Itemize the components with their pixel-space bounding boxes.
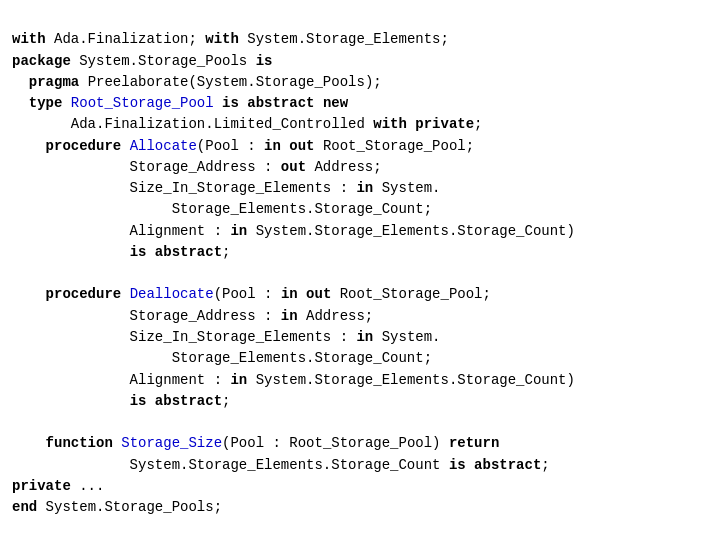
- line-13: procedure Deallocate(Pool : in out Root_…: [12, 286, 491, 302]
- line-15: Size_In_Storage_Elements : in System.: [12, 329, 441, 345]
- code-view: with Ada.Finalization; with System.Stora…: [12, 8, 708, 518]
- line-20: function Storage_Size(Pool : Root_Storag…: [12, 435, 499, 451]
- line-10: Alignment : in System.Storage_Elements.S…: [12, 223, 575, 239]
- line-8: Size_In_Storage_Elements : in System.: [12, 180, 441, 196]
- line-14: Storage_Address : in Address;: [12, 308, 373, 324]
- line-11: is abstract;: [12, 244, 230, 260]
- line-21: System.Storage_Elements.Storage_Count is…: [12, 457, 550, 473]
- line-1: with Ada.Finalization; with System.Stora…: [12, 31, 449, 47]
- line-3: pragma Preelaborate(System.Storage_Pools…: [12, 74, 382, 90]
- line-6: procedure Allocate(Pool : in out Root_St…: [12, 138, 474, 154]
- line-22: private ...: [12, 478, 104, 494]
- line-7: Storage_Address : out Address;: [12, 159, 382, 175]
- line-5: Ada.Finalization.Limited_Controlled with…: [12, 116, 483, 132]
- line-23: end System.Storage_Pools;: [12, 499, 222, 515]
- line-18: is abstract;: [12, 393, 230, 409]
- line-9: Storage_Elements.Storage_Count;: [12, 201, 432, 217]
- line-2: package System.Storage_Pools is: [12, 53, 272, 69]
- line-4: type Root_Storage_Pool is abstract new: [12, 95, 348, 111]
- line-17: Alignment : in System.Storage_Elements.S…: [12, 372, 575, 388]
- line-16: Storage_Elements.Storage_Count;: [12, 350, 432, 366]
